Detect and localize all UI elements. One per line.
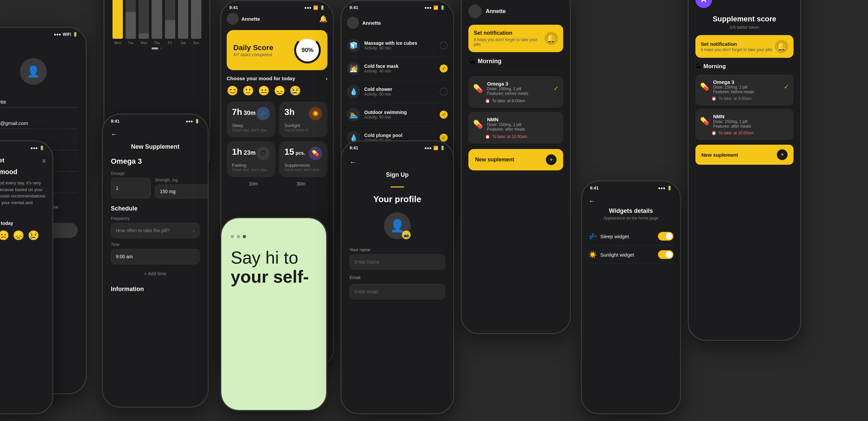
exercise-massage: 🧊 Massage with ice cubes Activity: 30 mi…	[347, 34, 448, 57]
mood-happy[interactable]: 😊	[227, 85, 238, 96]
time-label: Time	[111, 242, 199, 247]
morning-label: Morning	[478, 58, 501, 65]
score-omega3: 💊 Omega 3 Dose: 150mg, 1 pill Features: …	[695, 75, 794, 106]
supplements-icon: 💊	[309, 147, 322, 160]
sleep-widget-name: Sleep widget	[600, 233, 629, 239]
frequency-placeholder: How often to take the pill?	[116, 228, 169, 233]
email-input[interactable]	[349, 284, 445, 299]
shower-check[interactable]	[440, 88, 448, 95]
camera-icon[interactable]: 📷	[402, 230, 411, 239]
add-time-button[interactable]: + Add time	[111, 268, 199, 279]
sleep-widget-toggle-row: 💤 Sleep widget	[589, 227, 673, 246]
time-field[interactable]: 9:00 am	[111, 249, 199, 264]
phone-supplement-score: 9:41 ●●●📶🔋 A Supplement score 1/6 tablet…	[688, 0, 801, 341]
strength-input[interactable]	[155, 185, 209, 198]
bar-sun: 75% Sun	[191, 0, 201, 45]
notification-card[interactable]: Set notification It helps you don't forg…	[468, 25, 563, 52]
mood-row: 😊 🙂 😐 😞 😢	[0, 230, 46, 241]
plunge-check[interactable]: ✓	[440, 134, 448, 142]
sleep-widget-toggle[interactable]	[658, 232, 673, 241]
status-icons: ●●●WiFi🔋	[54, 32, 78, 37]
nmn-time: ⏰To take: at 10:00am	[473, 134, 559, 139]
pill-omega3: 💊 Omega 3 Dose: 150mg, 1 pill Features: …	[468, 76, 563, 108]
mood-p9-very-sad[interactable]: 😢	[28, 230, 39, 241]
sunlight-widget-toggle-row: ☀️ Sunlight widget	[589, 246, 673, 264]
phone-widgets-details: 9:41 ●●●🔋 ← Widgets details Appearance o…	[581, 180, 681, 414]
profile-page-title: Your profile	[349, 194, 445, 204]
omega3-icon: 💊	[473, 84, 483, 93]
daily-score-sub: 4/7 tasks completed	[234, 52, 273, 57]
email-field-label: Email	[349, 275, 445, 280]
widget-menu-icon[interactable]: ≡	[42, 158, 46, 165]
strength-label: Strength, mg	[155, 178, 209, 183]
daily-score-card: Daily Score 4/7 tasks completed 90%	[227, 30, 328, 70]
mood-subtitle: Everyday mood	[0, 168, 46, 176]
mood-p9-sad[interactable]: 😞	[13, 230, 24, 241]
mood-p9-neutral[interactable]: 😐	[0, 230, 9, 241]
score-omega3-icon: 💊	[700, 83, 709, 91]
massage-check[interactable]	[440, 41, 448, 50]
user-avatar	[468, 5, 482, 18]
bar-mon: 100% Mon	[113, 0, 123, 45]
morning-sun-icon: 🌤	[468, 57, 475, 65]
notif-sub: It helps you don't forget to take your p…	[474, 37, 545, 47]
phone-supplement-notif: 9:41 ●●●📶🔋 Annette Set notification It h…	[461, 0, 571, 334]
massage-icon: 🧊	[347, 39, 360, 52]
omega3-score-check[interactable]: ✓	[784, 83, 789, 90]
widget-title: Mood widget	[0, 157, 4, 164]
mood-neutral[interactable]: 😐	[258, 85, 270, 96]
omega3-check[interactable]: ✓	[554, 85, 559, 92]
set-notif-card[interactable]: Set notification It helps you don't forg…	[695, 35, 794, 58]
signup-back-button[interactable]: ←	[349, 158, 445, 166]
bio-label: Bio	[0, 133, 78, 138]
mood-title: Choose your mood for today	[227, 76, 295, 81]
phone-onboarding: Say hi to your self-	[220, 217, 327, 411]
pill-nmn: 💊 NMN Dose: 150mg, 1 pill Features: afte…	[468, 112, 563, 144]
omega3-score-time: ⏰To take: at 9:00am	[700, 96, 789, 101]
new-supp-label-p11: New suplement	[702, 152, 738, 158]
mood-slight-smile[interactable]: 🙂	[242, 85, 254, 96]
nmn-score-time: ⏰To take: at 10:00am	[700, 131, 789, 135]
screen-title: New Supplement	[111, 143, 199, 150]
user-header: Annette	[468, 5, 563, 18]
email-value[interactable]: nette@gmail.com	[0, 118, 78, 129]
onboard-dot-1	[231, 235, 234, 238]
mood-very-sad[interactable]: 😢	[289, 85, 301, 96]
avatar: 👤	[20, 58, 47, 85]
daily-score-title: Daily Score	[234, 44, 273, 52]
signup-screen-title: Sign Up	[349, 171, 445, 178]
widgets-back-button[interactable]: ←	[589, 197, 673, 205]
timer-2: 30m	[297, 181, 306, 187]
sleep-icon: 💤	[256, 107, 270, 120]
email-label: Email	[0, 112, 78, 116]
onboard-dot-2	[237, 235, 240, 238]
mood-sad[interactable]: 😞	[274, 85, 285, 96]
bell-icon: 🔔	[545, 32, 558, 45]
back-button[interactable]: ←	[111, 130, 199, 138]
sunlight-widget-toggle[interactable]	[658, 250, 673, 259]
widgets-title: Widgets details	[589, 207, 673, 215]
exercise-swimming: 🏊 Outdoor swimming Activity: 50 min ✓	[347, 103, 448, 126]
frequency-dropdown[interactable]: How often to take the pill? ›	[111, 223, 199, 238]
profile-avatar: 👤 📷	[384, 213, 411, 239]
name-value[interactable]: Annette	[0, 96, 78, 108]
phone-new-supplement: 9:41 ●●●🔋 ← New Supplement Omega 3 Dosag…	[102, 114, 209, 408]
frequency-label: Frequency	[111, 216, 199, 221]
new-supplement-button[interactable]: New suplement +	[468, 149, 563, 170]
score-nmn: 💊 NMN Dose: 150mg, 1 pill Features: afte…	[695, 109, 794, 140]
new-supplement-btn-p11[interactable]: New suplement +	[695, 145, 794, 165]
dosage-input[interactable]	[111, 178, 151, 198]
facemask-check[interactable]: ✓	[440, 64, 448, 73]
timer-1: 10m	[249, 181, 258, 187]
notification-icon[interactable]: 🔔	[319, 15, 328, 23]
score-nmn-icon: 💊	[700, 117, 709, 125]
bar-chart: 100% Mon 50% Tue 10% Wed	[110, 0, 204, 45]
mood-selector: 😊 🙂 😐 😞 😢	[227, 85, 328, 96]
bar-sat: 100% Sat	[178, 0, 188, 45]
nmn-icon: 💊	[473, 120, 483, 129]
morning-label-section: 🌤 Morning	[695, 63, 794, 70]
swimming-icon: 🏊	[347, 108, 360, 121]
swimming-check[interactable]: ✓	[440, 111, 448, 119]
name-input[interactable]	[349, 254, 445, 270]
supplement-score-taken: 1/6 tablet taken	[695, 25, 794, 30]
